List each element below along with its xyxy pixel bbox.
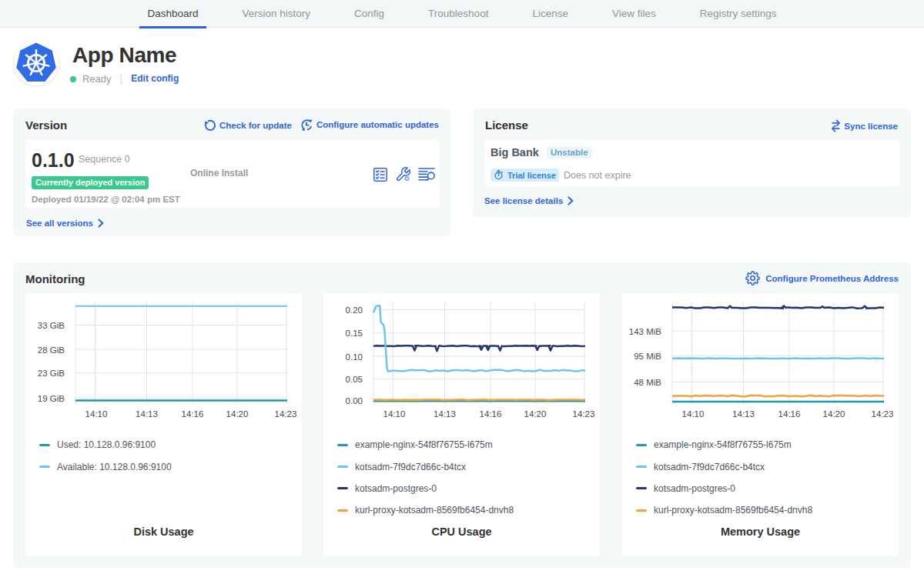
svg-text:14:23: 14:23 xyxy=(573,409,595,419)
svg-text:48 MiB: 48 MiB xyxy=(634,378,661,387)
svg-text:23 GiB: 23 GiB xyxy=(38,369,65,378)
svg-text:143 MiB: 143 MiB xyxy=(629,327,662,336)
svg-text:14:16: 14:16 xyxy=(480,409,502,419)
svg-text:14:16: 14:16 xyxy=(778,409,801,419)
svg-text:14:10: 14:10 xyxy=(85,409,108,419)
svg-text:0.20: 0.20 xyxy=(346,305,363,315)
svg-text:95 MiB: 95 MiB xyxy=(634,352,661,361)
svg-text:14:13: 14:13 xyxy=(732,409,755,419)
svg-text:14:20: 14:20 xyxy=(226,409,249,419)
svg-text:0.10: 0.10 xyxy=(346,352,363,362)
svg-text:0.05: 0.05 xyxy=(346,375,363,384)
svg-text:14:20: 14:20 xyxy=(823,409,845,419)
svg-text:33 GiB: 33 GiB xyxy=(38,321,65,330)
svg-text:14:13: 14:13 xyxy=(136,409,158,419)
svg-text:14:16: 14:16 xyxy=(182,409,204,419)
svg-text:14:13: 14:13 xyxy=(434,409,456,419)
svg-text:0.15: 0.15 xyxy=(346,329,363,338)
svg-text:14:23: 14:23 xyxy=(872,409,894,419)
svg-text:14:10: 14:10 xyxy=(383,409,406,419)
svg-text:0.00: 0.00 xyxy=(346,396,363,405)
svg-text:28 GiB: 28 GiB xyxy=(38,345,65,355)
svg-text:14:23: 14:23 xyxy=(275,409,297,419)
svg-text:14:20: 14:20 xyxy=(524,409,547,419)
svg-text:14:10: 14:10 xyxy=(682,409,705,419)
svg-text:19 GiB: 19 GiB xyxy=(38,394,65,403)
